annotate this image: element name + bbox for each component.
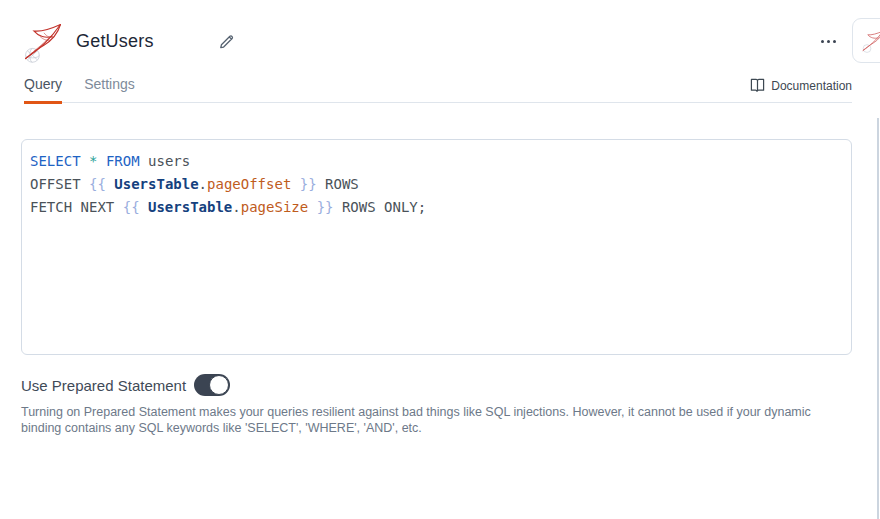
tab-query[interactable]: Query xyxy=(24,72,62,104)
edit-name-button[interactable] xyxy=(216,31,238,53)
documentation-link[interactable]: Documentation xyxy=(750,78,852,102)
ellipsis-icon xyxy=(821,40,836,43)
documentation-label: Documentation xyxy=(771,79,852,93)
prepared-statement-toggle[interactable] xyxy=(194,374,230,396)
tab-settings[interactable]: Settings xyxy=(84,72,135,104)
sql-code[interactable]: SELECT * FROM usersOFFSET {{ UsersTable.… xyxy=(30,150,843,219)
code-editor[interactable]: SELECT * FROM usersOFFSET {{ UsersTable.… xyxy=(21,139,852,355)
prepared-statement-row: Use Prepared Statement xyxy=(21,374,880,396)
right-pane-divider xyxy=(877,118,879,519)
query-header: GetUsers xyxy=(0,0,880,66)
pencil-icon xyxy=(218,33,235,50)
prepared-statement-help-text: Turning on Prepared Statement makes your… xyxy=(21,404,843,436)
toggle-knob xyxy=(209,375,229,395)
prepared-statement-label: Use Prepared Statement xyxy=(21,377,186,394)
query-name-title: GetUsers xyxy=(76,31,154,52)
datasource-card[interactable] xyxy=(852,18,880,63)
sql-server-logo-icon xyxy=(860,28,880,54)
open-book-icon xyxy=(750,78,765,93)
sql-server-logo-icon xyxy=(20,19,66,65)
more-options-button[interactable] xyxy=(817,34,840,49)
tab-bar: Query Settings Documentation xyxy=(24,72,852,103)
